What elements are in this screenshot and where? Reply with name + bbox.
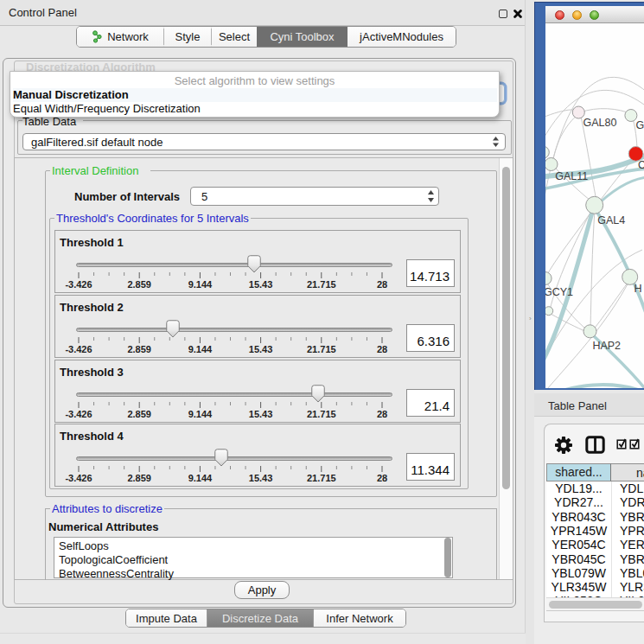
svg-text:G.: G. [636, 119, 644, 131]
svg-text:GAL4: GAL4 [597, 214, 625, 226]
svg-text:GAL11: GAL11 [555, 170, 588, 182]
svg-text:C: C [638, 159, 644, 171]
svg-text:GAL80: GAL80 [583, 117, 617, 129]
svg-text:HAP2: HAP2 [592, 340, 621, 352]
svg-text:GCY1: GCY1 [545, 286, 573, 298]
svg-text:H: H [634, 283, 642, 295]
